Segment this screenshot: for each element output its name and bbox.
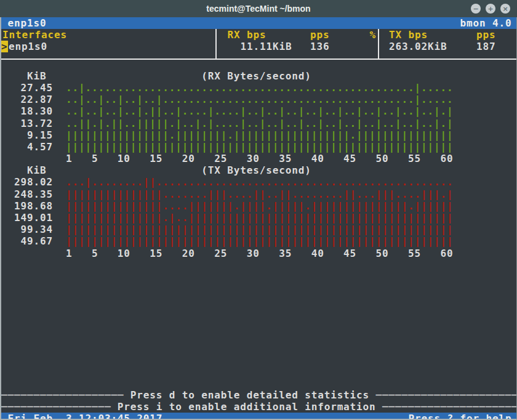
chart-line: 22.87 ..|..|..|..|..|...................… bbox=[1, 94, 516, 105]
chart-line: KiB (TX Bytes/second) bbox=[1, 164, 516, 176]
status-help-hint: Press ? for help bbox=[409, 413, 512, 420]
window-title: tecmint@TecMint ~/bmon bbox=[206, 4, 310, 14]
chart-line: 99.34 ||||||||||||||||||||||||||||||||||… bbox=[1, 224, 516, 235]
rx-pps-value: 136 bbox=[310, 41, 329, 52]
column-separator-rx bbox=[215, 29, 217, 59]
active-interface-label: enp1s0 bbox=[8, 17, 47, 29]
table-header-row: Interfaces RX bps pps % TX bps pps bbox=[1, 29, 516, 41]
terminal-window: tecmint@TecMint ~/bmon − + × enp1s0 bmon… bbox=[0, 0, 517, 420]
close-button[interactable]: × bbox=[500, 4, 510, 14]
status-datetime: Fri Feb 3 12:03:45 2017 bbox=[8, 413, 163, 420]
col-header-rx-pps: pps bbox=[310, 29, 329, 41]
terminal[interactable]: enp1s0 bmon 4.0 Interfaces RX bps pps % … bbox=[0, 17, 517, 420]
chart-line: 27.45 ..|...............................… bbox=[1, 82, 516, 94]
chart-line: 248.35 |||||||||||||||.......|||....||..… bbox=[1, 188, 516, 200]
bmon-header-bar: enp1s0 bmon 4.0 bbox=[1, 17, 516, 29]
titlebar[interactable]: tecmint@TecMint ~/bmon − + × bbox=[0, 0, 517, 17]
rx-bps-value: 11.11KiB bbox=[241, 41, 292, 52]
chart-line: 49.67 ||||||||||||||||||||||||||||||||||… bbox=[1, 235, 516, 247]
rx-chart: KiB (RX Bytes/second) 27.45 ..|.........… bbox=[1, 70, 516, 165]
window-controls: − + × bbox=[471, 0, 510, 17]
hint-additional-info: ───────────────── Press i to enable addi… bbox=[1, 401, 516, 413]
chart-line: 198.68 |||||||||||||||....|||||||.||||.|… bbox=[1, 200, 516, 212]
tx-bps-value: 263.02KiB bbox=[389, 41, 447, 52]
col-header-tx-pps: pps bbox=[476, 29, 495, 41]
chart-line: KiB (RX Bytes/second) bbox=[1, 70, 516, 82]
close-icon: × bbox=[502, 6, 508, 12]
minimize-button[interactable]: − bbox=[471, 4, 481, 14]
col-header-percent: % bbox=[370, 29, 377, 41]
col-header-tx-bps: TX bps bbox=[389, 29, 428, 41]
chart-line: 1 5 10 15 20 25 30 35 40 45 50 55 60 bbox=[1, 248, 516, 259]
chart-line: 13.72 ..||.|.||..|||||.|..|.|....|..|..|… bbox=[1, 118, 516, 129]
selection-cursor: > bbox=[1, 41, 8, 52]
hint-detailed-stats: ─────────────────── Press d to enable de… bbox=[1, 389, 516, 401]
chart-line: 18.30 ..|..|..|..|.||..|....|....|..|..|… bbox=[1, 105, 516, 117]
column-separator-tx bbox=[378, 29, 379, 59]
chart-line: 4.57 |||||||||||||||||||||||||||||||||||… bbox=[1, 141, 516, 153]
interface-name: enp1s0 bbox=[9, 41, 47, 52]
bmon-version: bmon 4.0 bbox=[460, 17, 512, 29]
col-header-interfaces: Interfaces bbox=[2, 29, 67, 41]
col-header-rx-bps: RX bps bbox=[228, 29, 267, 41]
section-divider bbox=[1, 59, 516, 70]
chart-line: 9.15 ||||||||||||||||.||||||||.|||||||||… bbox=[1, 129, 516, 141]
status-bar: Fri Feb 3 12:03:45 2017 Press ? for help bbox=[1, 413, 516, 420]
interface-row[interactable]: > enp1s0 11.11KiB 136 263.02KiB 187 bbox=[1, 41, 516, 52]
tx-pps-value: 187 bbox=[476, 41, 495, 52]
maximize-button[interactable]: + bbox=[486, 4, 495, 14]
empty-area bbox=[1, 259, 516, 389]
chart-line: 149.01 |||||||||||||||.|..||||||||||||||… bbox=[1, 212, 516, 224]
tx-chart: KiB (TX Bytes/second) 298.02 ...|.......… bbox=[1, 164, 516, 259]
minimize-icon: − bbox=[473, 6, 478, 12]
chart-line: 1 5 10 15 20 25 30 35 40 45 50 55 60 bbox=[1, 153, 516, 164]
chart-line: 298.02 ...|........||...................… bbox=[1, 176, 516, 188]
maximize-icon: + bbox=[487, 6, 493, 12]
